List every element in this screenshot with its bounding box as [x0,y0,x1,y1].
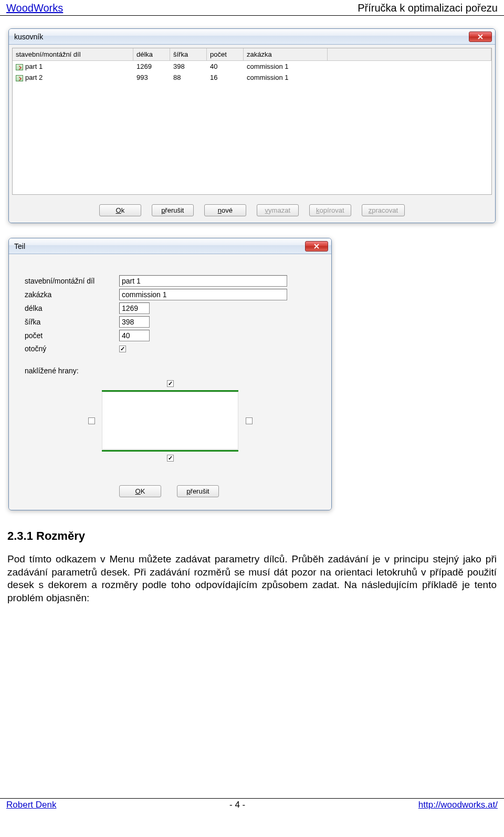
label-count: počet [25,331,119,340]
kusovnik-title: kusovník [14,33,43,41]
cell-part: part 2 [25,74,43,81]
label-rotatable: otočný [25,344,119,353]
table-row[interactable]: part 1 1269 398 40 commission 1 [13,61,491,72]
col-order[interactable]: zakázka [244,48,328,60]
kusovnik-titlebar: kusovník [9,29,495,45]
cell-order: commission 1 [244,61,328,71]
col-rest [328,48,491,60]
footer-page-number: - 4 - [229,800,245,810]
ok-button[interactable]: Ok [99,204,141,216]
section-heading: 2.3.1 Rozměry [7,529,497,543]
label-order: zakázka [25,290,119,299]
length-field[interactable] [119,302,150,314]
teil-title: Teil [14,242,25,250]
col-part[interactable]: stavební/montážní díl [13,48,133,60]
label-width: šířka [25,318,119,326]
part-icon [16,64,23,70]
cancel-button[interactable]: přerušit [152,204,194,216]
footer-author-link[interactable]: Robert Denk [6,800,56,810]
label-edges: naklížené hrany: [25,367,316,375]
cell-width: 88 [170,72,207,82]
cell-width: 398 [170,61,207,71]
col-count[interactable]: počet [207,48,244,60]
edge-bottom-checkbox[interactable] [167,455,174,462]
edge-top-checkbox[interactable] [167,380,174,387]
count-field[interactable] [119,330,150,341]
order-field[interactable] [119,289,287,300]
table-header: stavební/montážní díl délka šířka počet … [13,48,491,61]
edge-bottom-line [102,450,238,452]
close-icon[interactable] [305,241,328,252]
cell-part: part 1 [25,62,43,70]
label-part: stavební/montážní díl [25,277,119,285]
page-header: WoodWorks Příručka k optimalizaci pořezu [0,0,504,16]
teil-titlebar: Teil [9,238,331,254]
close-icon[interactable] [469,32,492,42]
copy-button[interactable]: kopírovat [309,204,351,216]
part-field[interactable] [119,275,287,287]
footer-url-link[interactable]: http://woodworks.at/ [418,800,498,810]
edges-diagram [25,377,316,464]
parts-table[interactable]: stavební/montážní díl délka šířka počet … [12,48,492,195]
process-button[interactable]: zpracovat [362,204,405,216]
cell-count: 16 [207,72,244,82]
page-footer: Robert Denk - 4 - http://woodworks.at/ [0,798,504,814]
cancel-button[interactable]: přerušit [177,485,219,497]
cell-order: commission 1 [244,72,328,82]
part-icon [16,75,23,81]
ok-button[interactable]: OK [119,485,161,497]
edge-right-checkbox[interactable] [246,417,253,424]
rotatable-checkbox[interactable] [119,346,126,352]
col-width[interactable]: šířka [170,48,207,60]
edge-preview [102,392,238,449]
new-button[interactable]: nové [204,204,246,216]
section-paragraph: Pod tímto odkazem v Menu můžete zadávat … [7,553,497,605]
teil-button-row: OK přerušit [119,485,316,497]
width-field[interactable] [119,316,150,328]
cell-count: 40 [207,61,244,71]
window-teil: Teil stavební/montážní díl zakázka délka… [8,238,332,510]
edge-left-checkbox[interactable] [88,417,95,424]
header-title-right: Příručka k optimalizaci pořezu [358,2,498,14]
label-length: délka [25,304,119,312]
cell-length: 993 [133,72,170,82]
delete-button[interactable]: vymazat [257,204,299,216]
window-kusovnik: kusovník stavební/montážní díl délka šíř… [8,28,496,223]
cell-length: 1269 [133,61,170,71]
header-link-left[interactable]: WoodWorks [6,2,63,14]
col-length[interactable]: délka [133,48,170,60]
kusovnik-button-row: Ok přerušit nové vymazat kopírovat zprac… [12,195,492,217]
table-row[interactable]: part 2 993 88 16 commission 1 [13,72,491,83]
